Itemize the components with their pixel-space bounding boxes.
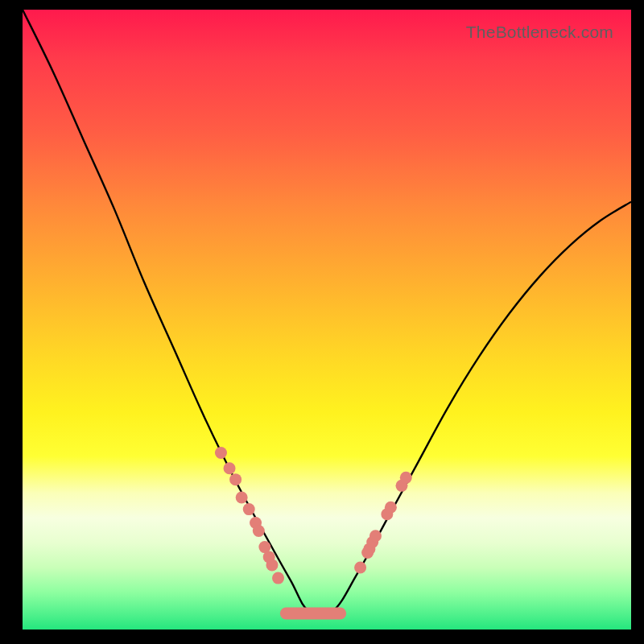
threshold-markers-right	[354, 472, 412, 574]
threshold-marker	[385, 502, 397, 514]
threshold-marker	[253, 525, 265, 537]
chart-stage: TheBottleneck.com	[0, 0, 644, 644]
threshold-marker	[266, 559, 278, 571]
bottleneck-curve-svg	[23, 10, 631, 630]
threshold-marker	[272, 572, 284, 584]
threshold-marker	[400, 472, 412, 484]
threshold-marker	[236, 491, 248, 503]
bottleneck-curve	[23, 10, 631, 616]
threshold-marker	[243, 503, 255, 515]
threshold-marker	[229, 473, 242, 485]
plot-area: TheBottleneck.com	[23, 10, 631, 630]
curve-group	[23, 10, 631, 616]
threshold-marker	[369, 530, 382, 542]
threshold-markers-left	[215, 447, 284, 584]
threshold-marker	[354, 562, 366, 574]
attribution-watermark: TheBottleneck.com	[466, 23, 613, 42]
threshold-marker	[224, 462, 236, 474]
threshold-marker	[215, 447, 227, 459]
